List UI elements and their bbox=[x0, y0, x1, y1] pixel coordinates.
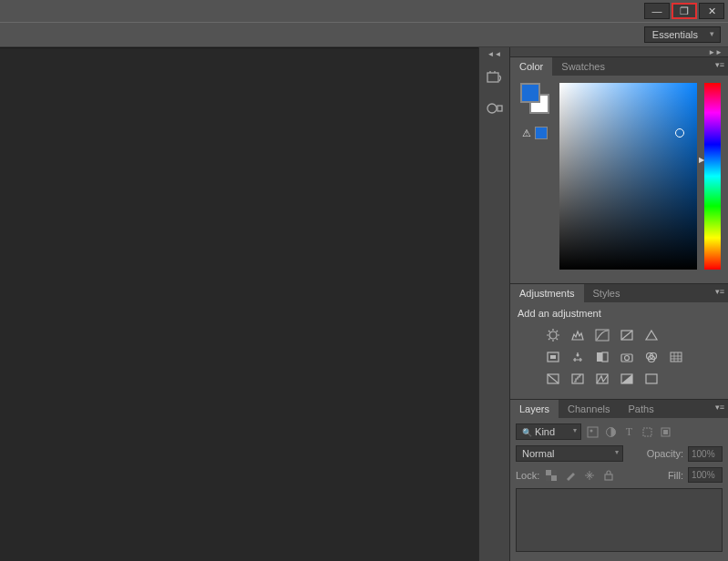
opacity-label: Opacity: bbox=[647, 448, 683, 459]
tab-color[interactable]: Color bbox=[510, 57, 552, 76]
color-panel-group: Color Swatches ▾≡ ⚠ bbox=[510, 56, 728, 283]
svg-rect-31 bbox=[546, 475, 551, 481]
canvas-area bbox=[0, 47, 478, 561]
color-field[interactable] bbox=[559, 83, 697, 270]
levels-icon[interactable] bbox=[569, 328, 586, 342]
layers-panel-menu-icon[interactable]: ▾≡ bbox=[715, 403, 724, 412]
tab-paths[interactable]: Paths bbox=[620, 400, 663, 418]
filter-adjustment-icon[interactable] bbox=[604, 425, 618, 439]
svg-rect-2 bbox=[497, 106, 502, 111]
properties-panel-icon[interactable] bbox=[482, 97, 508, 120]
opacity-input[interactable] bbox=[688, 446, 723, 462]
foreground-color-swatch[interactable] bbox=[520, 83, 540, 103]
close-button[interactable]: ✕ bbox=[699, 3, 724, 19]
tab-layers[interactable]: Layers bbox=[510, 400, 559, 418]
svg-point-12 bbox=[625, 356, 630, 361]
panels-column: ►► Color Swatches ▾≡ ⚠ bbox=[509, 47, 728, 561]
tab-adjustments[interactable]: Adjustments bbox=[510, 284, 584, 302]
filter-smart-icon[interactable] bbox=[659, 425, 672, 439]
lock-transparency-icon[interactable] bbox=[544, 468, 558, 482]
gamut-warning-icon: ⚠ bbox=[522, 128, 531, 139]
vibrance-icon[interactable] bbox=[643, 328, 660, 342]
fill-label: Fill: bbox=[668, 470, 683, 481]
add-adjustment-label: Add an adjustment bbox=[518, 308, 721, 319]
posterize-icon[interactable] bbox=[569, 372, 586, 386]
brightness-contrast-icon[interactable] bbox=[545, 328, 561, 342]
color-lookup-icon[interactable] bbox=[668, 350, 684, 364]
svg-point-1 bbox=[487, 104, 497, 113]
color-balance-icon[interactable] bbox=[569, 350, 586, 364]
svg-rect-9 bbox=[597, 352, 602, 362]
layers-list[interactable] bbox=[516, 488, 723, 552]
hue-slider[interactable]: ▶ bbox=[704, 83, 721, 270]
color-field-cursor bbox=[675, 128, 684, 138]
options-bar: Essentials bbox=[0, 22, 728, 47]
svg-point-23 bbox=[590, 429, 593, 432]
lock-all-icon[interactable] bbox=[601, 468, 615, 482]
adjustments-panel-group: Adjustments Styles ▾≡ Add an adjustment bbox=[510, 283, 728, 399]
svg-rect-16 bbox=[671, 352, 682, 362]
dock-collapse-toggle[interactable]: ◄◄ bbox=[479, 49, 509, 58]
collapsed-dock: ◄◄ bbox=[478, 47, 509, 561]
tab-swatches[interactable]: Swatches bbox=[552, 57, 614, 76]
hue-slider-pointer: ▶ bbox=[699, 156, 704, 164]
window-titlebar: — ❐ ✕ bbox=[0, 0, 728, 22]
workspace-selector[interactable]: Essentials bbox=[644, 26, 721, 43]
lock-pixels-icon[interactable] bbox=[563, 468, 577, 482]
svg-rect-28 bbox=[546, 470, 551, 475]
gradient-map-icon[interactable] bbox=[619, 372, 635, 386]
layers-panel-group: Layers Channels Paths ▾≡ 🔍 Kind T Normal… bbox=[510, 399, 728, 561]
svg-rect-27 bbox=[663, 430, 668, 434]
filter-pixel-icon[interactable] bbox=[586, 425, 600, 439]
lock-label: Lock: bbox=[516, 470, 539, 481]
lock-position-icon[interactable] bbox=[582, 468, 596, 482]
color-panel-menu-icon[interactable]: ▾≡ bbox=[715, 60, 724, 69]
restore-button[interactable]: ❐ bbox=[672, 3, 697, 19]
layer-filter-kind-dropdown[interactable]: 🔍 Kind bbox=[516, 423, 581, 440]
invert-icon[interactable] bbox=[545, 372, 561, 386]
history-panel-icon[interactable] bbox=[482, 66, 508, 89]
tab-styles[interactable]: Styles bbox=[584, 284, 630, 302]
filter-shape-icon[interactable] bbox=[641, 425, 654, 439]
selective-color-icon[interactable] bbox=[643, 372, 660, 386]
channel-mixer-icon[interactable] bbox=[643, 350, 660, 364]
black-white-icon[interactable] bbox=[594, 350, 610, 364]
svg-rect-32 bbox=[605, 474, 612, 480]
svg-rect-29 bbox=[551, 475, 557, 481]
foreground-background-swatches bbox=[520, 83, 549, 114]
svg-rect-21 bbox=[646, 374, 657, 383]
adjustments-panel-menu-icon[interactable]: ▾≡ bbox=[715, 287, 724, 296]
panels-collapse-toggle[interactable]: ►► bbox=[708, 48, 723, 56]
svg-rect-0 bbox=[487, 73, 498, 82]
svg-rect-25 bbox=[643, 428, 651, 436]
svg-point-8 bbox=[577, 354, 579, 357]
svg-rect-22 bbox=[588, 427, 598, 437]
hue-saturation-icon[interactable] bbox=[545, 350, 561, 364]
minimize-button[interactable]: — bbox=[644, 3, 670, 19]
svg-point-3 bbox=[549, 332, 557, 339]
photo-filter-icon[interactable] bbox=[619, 350, 635, 364]
svg-rect-7 bbox=[550, 355, 556, 359]
svg-rect-10 bbox=[602, 352, 608, 362]
gamut-closest-swatch[interactable] bbox=[535, 127, 548, 139]
blend-mode-dropdown[interactable]: Normal bbox=[516, 445, 623, 462]
threshold-icon[interactable] bbox=[594, 372, 610, 386]
exposure-icon[interactable] bbox=[619, 328, 635, 342]
curves-icon[interactable] bbox=[594, 328, 610, 342]
svg-rect-30 bbox=[551, 470, 557, 475]
fill-input[interactable] bbox=[688, 467, 723, 483]
tab-channels[interactable]: Channels bbox=[559, 400, 619, 418]
filter-type-icon[interactable]: T bbox=[622, 425, 636, 439]
